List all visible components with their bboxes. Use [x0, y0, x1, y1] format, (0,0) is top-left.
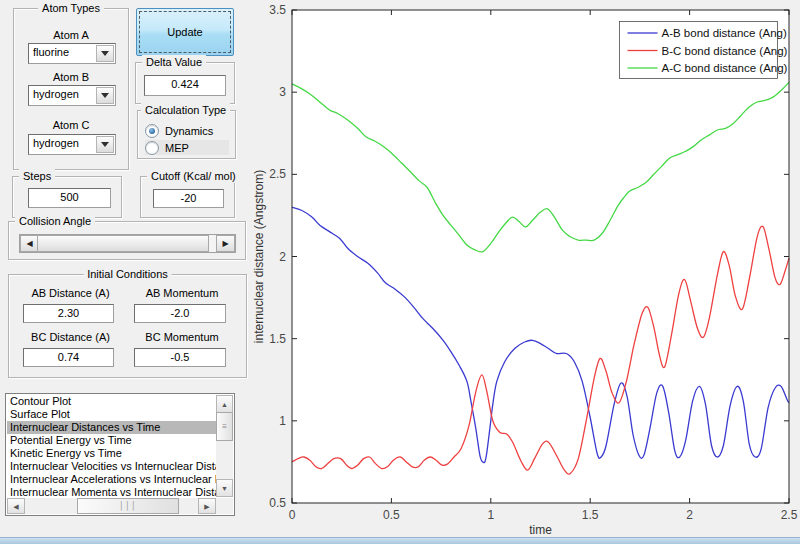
- radio-dynamics-label: Dynamics: [165, 125, 213, 137]
- y-tick-label: 0.5: [269, 496, 286, 510]
- atom-b-label: Atom B: [14, 71, 128, 84]
- steps-panel: Steps 500: [12, 176, 122, 218]
- legend: A-B bond distance (Ang)B-C bond distance…: [620, 22, 788, 79]
- chevron-down-icon: [101, 51, 109, 56]
- ab-distance-field[interactable]: 2.30: [23, 304, 114, 323]
- window-bottom-edge: [0, 537, 800, 544]
- x-tick-label: 1.5: [582, 508, 599, 522]
- bc-momentum-field[interactable]: -0.5: [134, 348, 226, 367]
- scroll-right-button[interactable]: ▶: [198, 498, 216, 514]
- delta-value-panel: Delta Value 0.424: [135, 62, 235, 104]
- horizontal-scroll-thumb[interactable]: │││: [77, 498, 179, 514]
- list-item[interactable]: Contour Plot: [7, 395, 216, 408]
- steps-field[interactable]: 500: [28, 188, 111, 208]
- plot-type-listbox[interactable]: Contour PlotSurface PlotInternuclear Dis…: [5, 393, 235, 516]
- list-item[interactable]: Internuclear Distances vs Time: [7, 421, 216, 434]
- calculation-type-panel: Calculation Type Dynamics MEP: [137, 110, 236, 159]
- legend-entry-label: A-C bond distance (Ang): [662, 62, 788, 74]
- collision-angle-panel: Collision Angle ◀ ▶: [8, 221, 246, 260]
- app-window: Atom Types Atom A fluorine Atom B hydrog…: [0, 0, 800, 544]
- radio-mep-icon[interactable]: [145, 141, 159, 155]
- list-item[interactable]: Kinetic Energy vs Time: [7, 447, 216, 460]
- scroll-up-button[interactable]: ▲: [216, 395, 233, 413]
- listbox-vertical-scrollbar[interactable]: ▲ ≡ ▼: [216, 395, 233, 497]
- x-tick-label: 0.5: [383, 508, 400, 522]
- delta-value-field[interactable]: 0.424: [144, 75, 226, 96]
- atom-c-label: Atom C: [14, 119, 128, 132]
- initial-conditions-panel: Initial Conditions AB Distance (A) AB Mo…: [8, 274, 247, 378]
- radio-dynamics[interactable]: Dynamics: [145, 123, 213, 138]
- steps-title: Steps: [19, 169, 55, 183]
- cutoff-panel: Cutoff (Kcal/ mol) -20: [140, 176, 235, 218]
- y-tick-label: 1: [279, 414, 286, 428]
- atom-a-value: fluorine: [33, 44, 69, 61]
- list-item[interactable]: Internuclear Accelerations vs Internucle…: [7, 473, 216, 486]
- plot-type-list-items[interactable]: Contour PlotSurface PlotInternuclear Dis…: [7, 395, 216, 497]
- y-axis-label: internuclear distance (Angstrom): [252, 170, 266, 343]
- y-tick-label: 2.5: [269, 167, 286, 181]
- atom-b-dropdown-button[interactable]: [96, 87, 114, 104]
- atom-types-panel: Atom Types Atom A fluorine Atom B hydrog…: [13, 8, 129, 170]
- atom-c-dropdown[interactable]: hydrogen: [28, 134, 116, 155]
- atom-types-title: Atom Types: [38, 1, 104, 15]
- ab-distance-label: AB Distance (A): [19, 287, 122, 300]
- atom-a-dropdown-button[interactable]: [96, 45, 114, 62]
- list-item[interactable]: Surface Plot: [7, 408, 216, 421]
- atom-c-dropdown-button[interactable]: [96, 136, 114, 153]
- scroll-down-button[interactable]: ▼: [216, 479, 233, 497]
- y-tick-label: 3: [279, 85, 286, 99]
- plot-canvas: 00.511.522.50.511.522.533.5timeinternucl…: [250, 0, 800, 544]
- slider-right-arrow-button[interactable]: ▶: [216, 235, 235, 252]
- bc-distance-label: BC Distance (A): [19, 331, 122, 344]
- list-item[interactable]: Internuclear Velocities vs Internuclear …: [7, 460, 216, 473]
- radio-mep[interactable]: MEP: [145, 140, 229, 155]
- collision-angle-title: Collision Angle: [15, 214, 95, 228]
- radio-dynamics-icon[interactable]: [145, 124, 159, 138]
- initial-conditions-title: Initial Conditions: [83, 267, 172, 281]
- delta-value-title: Delta Value: [142, 55, 206, 69]
- collision-angle-slider[interactable]: ◀ ▶: [19, 234, 236, 253]
- legend-entry-label: A-B bond distance (Ang): [662, 27, 787, 39]
- calculation-type-title: Calculation Type: [141, 103, 230, 117]
- list-item[interactable]: Potential Energy vs Time: [7, 434, 216, 447]
- scroll-left-button[interactable]: ◀: [7, 498, 25, 514]
- bc-distance-field[interactable]: 0.74: [23, 348, 114, 367]
- x-tick-label: 1: [487, 508, 494, 522]
- bc-momentum-label: BC Momentum: [130, 331, 234, 344]
- atom-b-value: hydrogen: [33, 86, 79, 103]
- cutoff-field[interactable]: -20: [153, 189, 224, 208]
- ab-momentum-field[interactable]: -2.0: [134, 304, 226, 323]
- atom-b-dropdown[interactable]: hydrogen: [28, 85, 116, 106]
- list-item[interactable]: Internuclear Momenta vs Internuclear Dis…: [7, 486, 216, 497]
- update-button-label: Update: [167, 26, 202, 38]
- slider-thumb[interactable]: [37, 235, 209, 252]
- atom-a-label: Atom A: [14, 29, 128, 42]
- chevron-down-icon: [101, 93, 109, 98]
- y-tick-label: 2: [279, 250, 286, 264]
- x-tick-label: 2.5: [781, 508, 798, 522]
- listbox-horizontal-scrollbar[interactable]: ◀ │││ ▶: [7, 498, 233, 514]
- ab-momentum-label: AB Momentum: [130, 287, 234, 300]
- legend-entry-label: B-C bond distance (Ang): [662, 45, 788, 57]
- y-tick-label: 3.5: [269, 3, 286, 17]
- cutoff-title: Cutoff (Kcal/ mol): [147, 169, 240, 183]
- atom-c-value: hydrogen: [33, 135, 79, 152]
- atom-a-dropdown[interactable]: fluorine: [28, 43, 116, 64]
- x-tick-label: 0: [289, 508, 296, 522]
- plot-area: [292, 10, 789, 503]
- update-button[interactable]: Update: [136, 8, 234, 56]
- x-tick-label: 2: [686, 508, 693, 522]
- vertical-scroll-thumb[interactable]: ≡: [216, 412, 233, 441]
- x-axis-label: time: [529, 523, 552, 537]
- chevron-down-icon: [101, 142, 109, 147]
- radio-mep-label: MEP: [165, 142, 189, 154]
- y-tick-label: 1.5: [269, 332, 286, 346]
